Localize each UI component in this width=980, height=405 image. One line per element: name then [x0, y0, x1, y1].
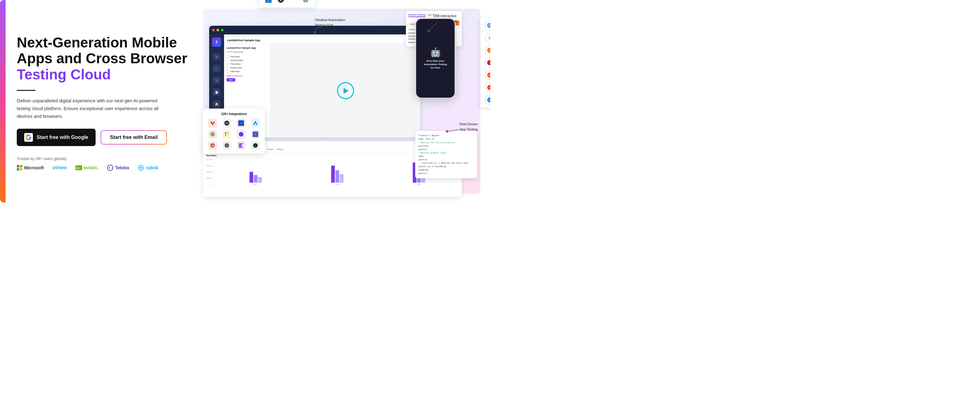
list-item-label-5: Fifth Item	[230, 70, 240, 73]
sidebar-icon-3: ⚙	[213, 76, 220, 84]
integrations-grid: GH J A	[207, 119, 261, 150]
y-label-3: 20,000	[206, 171, 212, 173]
bar-jan-2	[254, 175, 258, 183]
chart-y-axis: 40,000 30,000 20,000 10,000 0	[206, 159, 213, 185]
right-panel: Ultrafast AutomationTesting Grid Live-In…	[203, 9, 480, 194]
lambda-panel-header: LambdaTest Sample App	[224, 37, 420, 44]
trusted-text: Trusted by 2M+ users globally	[17, 157, 197, 161]
chart-label-mar: Mar	[417, 183, 420, 185]
chrome-icon	[485, 21, 490, 30]
svg-text:e: e	[489, 36, 490, 40]
list-item-label-3: Third Item	[230, 63, 241, 65]
svg-text:J: J	[240, 122, 242, 125]
arrow-tr	[423, 21, 439, 33]
nvidia-logo: NV NVIDIA.	[75, 165, 99, 170]
bar-jan-3	[258, 177, 262, 183]
telstra-logo: T Telstra	[107, 165, 129, 171]
apple-icon	[290, 0, 297, 4]
tab-failure[interactable]: Failure	[277, 148, 283, 151]
svg-point-5	[140, 167, 142, 169]
brave-icon: B	[485, 70, 490, 80]
lambda-list-title: LambdaTest Sample App	[226, 46, 268, 49]
code-line-5: name:	[418, 155, 474, 158]
code-line-6: pattern:	[418, 158, 474, 162]
settings-icon: ⚙	[223, 141, 231, 150]
sidebar-icon-1: ⊞	[213, 53, 220, 60]
ms-q1	[17, 165, 19, 167]
list-item-5: Fifth Item	[226, 70, 268, 73]
list-item-4: Fourth Item	[226, 67, 268, 69]
google-svg	[26, 135, 31, 140]
tab-visual[interactable]: Visual	[267, 148, 273, 151]
nvidia-icon: NV	[75, 165, 82, 170]
y-label-5: 40,000	[206, 159, 212, 160]
svg-rect-8	[265, 0, 269, 3]
play-triangle	[344, 88, 348, 94]
google-icon	[24, 133, 33, 142]
annotation-top-left: Ultrafast AutomationTesting Grid	[315, 17, 345, 28]
bar-feb-1	[331, 165, 335, 183]
minimize-dot	[216, 29, 219, 31]
svg-text:T: T	[108, 167, 110, 170]
firefox-icon	[485, 45, 490, 55]
arrow-br	[444, 125, 460, 134]
azure-icon	[251, 119, 260, 127]
opera-icon: O	[485, 58, 490, 68]
main-content: Next-Generation Mobile Apps and Cross Br…	[6, 0, 490, 202]
integrations-panel: 120+ Integrations GH J	[203, 108, 265, 154]
chart-group-feb: Feb	[297, 161, 377, 185]
lambda-center-area	[270, 44, 420, 137]
email-cta-wrapper: Start free with Email	[100, 130, 167, 145]
bar-jan-1	[250, 172, 253, 183]
robot-emoji: 🤖	[430, 47, 441, 57]
cypress-icon: C	[251, 141, 260, 150]
mobile-headline: Kick Start yourAutomation Testingfor Fre…	[424, 59, 447, 70]
ms-q2	[20, 165, 22, 167]
code-comment-1: • Mention the testing platform	[418, 141, 474, 145]
list-item-label-2: Second Item	[230, 59, 243, 62]
email-cta-button[interactable]: Start free with Email	[101, 131, 166, 144]
chart-bars-feb	[331, 161, 344, 183]
rubrik-logo: rubrik	[138, 165, 158, 171]
heading-line2: Apps and Cross Browser	[17, 50, 188, 67]
integrations-title: 120+ Integrations	[207, 112, 261, 116]
ms-q3	[17, 168, 19, 171]
browser-testing-tab[interactable]: Browser Testing	[408, 14, 425, 17]
code-line-4: pattern:	[418, 148, 474, 151]
add-button[interactable]: Add	[226, 78, 235, 81]
heading-line1: Next-Generation Mobile	[17, 35, 177, 51]
page-wrapper: Next-Generation Mobile Apps and Cross Br…	[0, 0, 490, 202]
svg-text:B: B	[489, 74, 490, 76]
code-line-9: preMerge:	[418, 168, 474, 172]
nvidia-label: NVIDIA.	[83, 165, 99, 170]
annotation-top-right: Live-InteractiveBrowser Testing	[433, 13, 457, 24]
list-item-3: Third Item	[226, 63, 268, 65]
hero-description: Deliver unparalleled digital experience …	[17, 97, 166, 120]
code-line-7: - "/test/e2e.js" = Mention the tests tha…	[418, 162, 474, 165]
trusted-section: Trusted by 2M+ users globally Microsoft	[17, 157, 197, 171]
argo-icon: A	[208, 130, 217, 139]
hero-heading: Next-Generation Mobile Apps and Cross Br…	[17, 35, 197, 83]
brand-logos: Microsoft vimeo NV NVIDIA.	[17, 165, 197, 171]
slack-icon	[223, 130, 231, 139]
telstra-icon: T	[107, 165, 113, 171]
svg-rect-35	[225, 135, 226, 136]
svg-text:Y: Y	[489, 87, 490, 89]
chart-label-feb: Feb	[336, 183, 339, 185]
y-label-2: 10,000	[206, 177, 212, 179]
google-cta-button[interactable]: Start free with Google	[17, 129, 95, 146]
rubrik-label: rubrik	[146, 165, 158, 170]
heading-accent: Testing Cloud	[17, 67, 111, 83]
svg-text:💬: 💬	[212, 145, 214, 147]
play-button[interactable]	[337, 82, 354, 99]
android-icon: 🤖	[302, 0, 309, 4]
linux-icon: 🐧	[277, 0, 284, 4]
code-line-8: should run of postMerge	[418, 165, 474, 168]
checkbox-5	[226, 70, 229, 73]
close-dot	[212, 29, 215, 31]
code-comment-2: • Mention gradual steps	[418, 151, 474, 155]
code-line-10: pattern:	[418, 172, 474, 175]
microsoft-label: Microsoft	[24, 165, 44, 170]
list-item-label-1: First Item	[230, 55, 240, 58]
microsoft-logo: Microsoft	[17, 165, 44, 171]
